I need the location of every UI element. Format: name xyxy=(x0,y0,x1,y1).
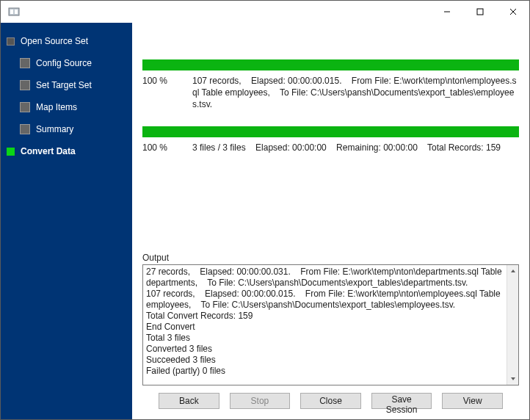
window-controls xyxy=(430,1,529,22)
minimize-button[interactable] xyxy=(430,1,463,22)
step-label: Open Source Set xyxy=(21,36,88,46)
file-progress-bar xyxy=(142,59,519,70)
file-progress-text: 107 records, Elapsed: 00:00:00.015. From… xyxy=(192,75,519,110)
step-label: Set Target Set xyxy=(36,80,92,90)
step-marker-icon xyxy=(7,37,15,46)
step-marker-icon xyxy=(20,58,30,68)
step-marker-icon xyxy=(20,80,30,90)
maximize-button[interactable] xyxy=(463,1,496,22)
total-progress-row: 100 % 3 files / 3 files Elapsed: 00:00:0… xyxy=(142,142,519,153)
view-button[interactable]: View xyxy=(442,393,503,409)
step-set-target-set[interactable]: Set Target Set xyxy=(1,74,132,96)
svg-rect-1 xyxy=(10,10,13,14)
save-session-button[interactable]: Save Session xyxy=(371,393,432,409)
stop-button[interactable]: Stop xyxy=(230,393,291,409)
file-progress-row: 100 % 107 records, Elapsed: 00:00:00.015… xyxy=(142,75,519,110)
svg-marker-8 xyxy=(511,377,515,380)
scroll-down-icon[interactable] xyxy=(510,373,516,385)
app-window: Open Source Set Config Source Set Target… xyxy=(0,0,530,420)
step-marker-icon xyxy=(20,102,30,112)
output-textarea[interactable] xyxy=(143,265,507,385)
app-icon xyxy=(8,6,20,18)
step-label: Convert Data xyxy=(21,146,76,156)
output-scrollbar[interactable] xyxy=(507,265,518,385)
main-panel: 100 % 107 records, Elapsed: 00:00:00.015… xyxy=(132,23,529,419)
step-map-items[interactable]: Map Items xyxy=(1,96,132,118)
step-convert-data[interactable]: Convert Data xyxy=(1,140,132,162)
total-progress-percent: 100 % xyxy=(142,142,192,153)
svg-marker-7 xyxy=(511,269,515,272)
button-row: Back Stop Close Save Session View xyxy=(142,385,519,416)
step-marker-icon xyxy=(20,124,30,134)
output-label: Output xyxy=(142,253,519,263)
step-label: Config Source xyxy=(36,58,92,68)
close-window-button[interactable] xyxy=(496,1,529,22)
total-progress-text: 3 files / 3 files Elapsed: 00:00:00 Rema… xyxy=(192,142,519,153)
step-open-source-set[interactable]: Open Source Set xyxy=(1,30,132,52)
step-config-source[interactable]: Config Source xyxy=(1,52,132,74)
svg-rect-4 xyxy=(477,9,483,15)
wizard-sidebar: Open Source Set Config Source Set Target… xyxy=(1,23,132,419)
file-progress-percent: 100 % xyxy=(142,75,192,110)
step-label: Map Items xyxy=(36,102,77,112)
back-button[interactable]: Back xyxy=(159,393,219,409)
scroll-up-icon[interactable] xyxy=(510,265,516,277)
output-box xyxy=(142,264,519,385)
step-label: Summary xyxy=(36,124,73,134)
step-marker-icon xyxy=(7,148,15,156)
total-progress-bar xyxy=(142,126,519,137)
svg-rect-2 xyxy=(15,10,18,14)
titlebar xyxy=(1,1,529,23)
step-summary[interactable]: Summary xyxy=(1,118,132,140)
close-button[interactable]: Close xyxy=(300,393,361,409)
